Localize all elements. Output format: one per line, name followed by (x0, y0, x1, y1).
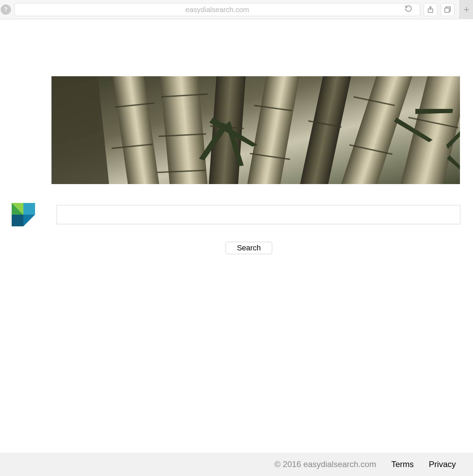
reload-icon[interactable] (405, 5, 412, 14)
search-input[interactable] (57, 205, 460, 224)
hero-image (51, 76, 460, 184)
svg-rect-1 (445, 8, 449, 12)
share-icon[interactable] (424, 3, 437, 16)
browser-toolbar: ? easydialsearch.com (0, 0, 473, 19)
footer: © 2016 easydialsearch.com Terms Privacy (0, 453, 473, 476)
footer-copyright: © 2016 easydialsearch.com (274, 460, 376, 469)
new-tab-button[interactable] (459, 0, 473, 19)
svg-marker-28 (12, 215, 23, 226)
search-button[interactable]: Search (226, 242, 272, 254)
footer-terms-link[interactable]: Terms (391, 460, 414, 469)
tabs-icon[interactable] (441, 3, 454, 16)
site-identity-icon[interactable]: ? (1, 4, 11, 15)
page-content: Search (0, 19, 473, 453)
address-url: easydialsearch.com (15, 5, 420, 14)
svg-marker-27 (23, 203, 35, 215)
toolbar-buttons (424, 0, 470, 19)
site-logo-icon (12, 203, 35, 226)
address-bar[interactable]: easydialsearch.com (14, 3, 420, 16)
footer-privacy-link[interactable]: Privacy (429, 460, 456, 469)
svg-marker-29 (23, 215, 35, 226)
